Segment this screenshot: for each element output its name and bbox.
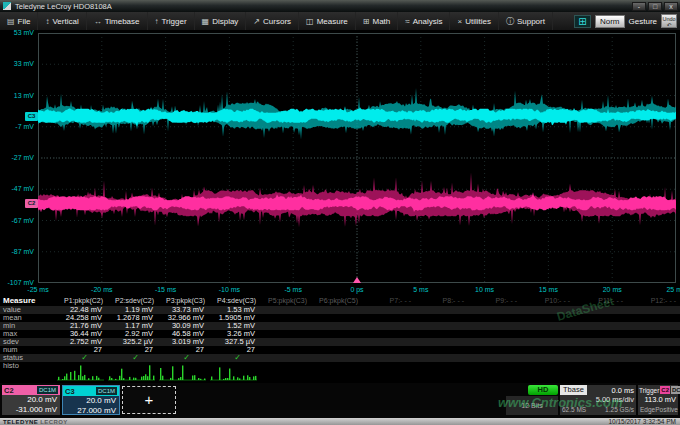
measure-row-status: status✓✓✓✓ <box>0 354 680 362</box>
timebase-scale: 5.00 ms/div <box>560 395 636 405</box>
y-axis-label: 13 mV <box>0 92 34 100</box>
status-check-icon: ✓ <box>157 354 208 362</box>
gesture-button[interactable]: Gesture <box>629 17 657 26</box>
channel-c3-offset: 27.000 mV <box>63 406 119 416</box>
measure-row-mean: mean24.258 mV1.2678 mV32.966 mV1.5905 mV <box>0 314 680 322</box>
channel-c2-offset: -31.000 mV <box>2 405 60 415</box>
measure-row-value: value22.48 mV1.19 mV33.73 mV1.53 mV <box>0 306 680 314</box>
x-axis-label: 0 ps <box>350 286 363 293</box>
menu-item-label: Trigger <box>162 17 187 26</box>
menu-item-file[interactable]: ▤File <box>0 12 38 30</box>
histo-sparkline <box>157 362 208 383</box>
measure-row-min: min21.76 mV1.17 mV30.09 mV1.52 mV <box>0 322 680 330</box>
utilities-icon: × <box>457 17 462 26</box>
status-check-icon: ✓ <box>106 354 157 362</box>
menu-item-analysis[interactable]: ≈Analysis <box>398 12 450 30</box>
trigger-descriptor[interactable]: Trigger C2 DC 113.0 mV Edge Positive <box>638 385 678 415</box>
channel-descriptor-c2[interactable]: C2 DC1M 20.0 mV -31.000 mV <box>2 385 60 415</box>
brand-teledyne: TELEDYNE <box>3 419 38 425</box>
trace-tab-c3[interactable]: C3 <box>25 112 38 121</box>
file-icon: ▤ <box>7 17 15 26</box>
y-axis-label: -47 mV <box>0 185 34 193</box>
menu-item-utilities[interactable]: ×Utilities <box>450 12 498 30</box>
undo-icon: ↶ <box>667 22 672 28</box>
trigger-source-badge: C2 <box>660 386 670 394</box>
measure-col-header[interactable]: P6:pkpk(C5) <box>310 296 361 306</box>
y-axis-label: 33 mV <box>0 60 34 68</box>
timebase-samples: 62.5 MS <box>562 405 586 415</box>
timebase-sampling: 62.5 MS 1.25 GS/s <box>560 405 636 415</box>
x-axis-label: -25 ms <box>27 286 48 293</box>
cursors-icon: ↗ <box>253 17 260 26</box>
measure-row-max: max36.44 mV2.92 mV46.58 mV3.26 mV <box>0 330 680 338</box>
menu-item-measure[interactable]: ◫Measure <box>299 12 356 30</box>
brand-lecroy: LECROY <box>40 419 67 425</box>
scope-grid[interactable] <box>38 33 676 283</box>
minimize-button[interactable]: - <box>632 2 646 11</box>
channel-c3-vdiv: 20.0 mV <box>63 396 119 406</box>
oscilloscope-app: Teledyne LeCroy HDO8108A - □ x ▤File↕Ver… <box>0 0 680 425</box>
measure-col-header[interactable]: P10:- - - <box>520 296 573 306</box>
channel-descriptor-c3[interactable]: C3 DC1M 20.0 mV 27.000 mV <box>62 385 120 415</box>
measure-col-header[interactable]: P12:- - - <box>626 296 679 306</box>
timebase-descriptor[interactable]: Tbase 0.0 ms 5.00 ms/div 62.5 MS 1.25 GS… <box>560 385 636 415</box>
maximize-button[interactable]: □ <box>648 2 662 11</box>
menu-item-label: Timebase <box>105 17 140 26</box>
channel-c3-header: C3 DC1M <box>63 386 119 396</box>
clock-timestamp: 10/15/2017 3:32:54 PM <box>608 418 676 425</box>
measure-row-num: num27272727 <box>0 346 680 354</box>
menu-item-math[interactable]: ⊞Math <box>356 12 399 30</box>
channel-c3-id: C3 <box>65 387 75 396</box>
window-title: Teledyne LeCroy HDO8108A <box>15 2 112 11</box>
x-axis-label: 20 ms <box>603 286 622 293</box>
measure-row-histo: histo <box>0 362 680 383</box>
close-button[interactable]: x <box>664 2 678 11</box>
channel-c2-id: C2 <box>4 386 14 395</box>
menu-item-cursors[interactable]: ↗Cursors <box>246 12 299 30</box>
measure-row-sdev: sdev2.752 mV325.2 µV3.019 mV327.5 µV <box>0 338 680 346</box>
x-axis-label: -20 ms <box>91 286 112 293</box>
trigger-mode: Edge Positive <box>638 405 678 415</box>
menu-item-label: Cursors <box>263 17 291 26</box>
add-trace-button[interactable]: + <box>122 386 176 414</box>
menu-item-support[interactable]: ⓘSupport <box>499 12 553 30</box>
measure-col-header[interactable]: P5:pkpk(C3) <box>259 296 310 306</box>
measure-col-header[interactable]: P8:- - - <box>414 296 467 306</box>
menu-bar: ▤File↕Vertical↔Timebase↑Trigger▦Display↗… <box>0 12 680 31</box>
measure-col-header[interactable]: P7:- - - <box>361 296 414 306</box>
timebase-icon: ↔ <box>94 17 102 26</box>
timebase-label: Tbase <box>560 385 587 395</box>
menu-item-label: Display <box>212 17 238 26</box>
x-axis-label: 10 ms <box>475 286 494 293</box>
math-icon: ⊞ <box>363 17 370 26</box>
waveform-display[interactable]: 53 mV33 mV13 mV-7 mV-27 mV-47 mV-67 mV-8… <box>0 31 680 296</box>
menu-items: ▤File↕Vertical↔Timebase↑Trigger▦Display↗… <box>0 12 553 30</box>
histo-sparkline <box>55 362 106 383</box>
menu-item-trigger[interactable]: ↑Trigger <box>148 12 195 30</box>
measure-icon: ◫ <box>306 17 314 26</box>
measure-col-header[interactable]: P11:- - - <box>573 296 626 306</box>
menu-item-vertical[interactable]: ↕Vertical <box>38 12 86 30</box>
y-axis-label: -7 mV <box>0 123 34 131</box>
trace-tab-c2[interactable]: C2 <box>25 199 38 208</box>
support-icon: ⓘ <box>506 16 514 27</box>
undo-button[interactable]: Undo ↶ <box>661 14 677 28</box>
trigger-header: Trigger C2 DC <box>638 385 678 395</box>
trigger-icon: ↑ <box>155 17 159 26</box>
grid-layout-button[interactable]: ⊞ <box>574 15 591 28</box>
channel-c2-vdiv: 20.0 mV <box>2 395 60 405</box>
menu-item-label: File <box>18 17 31 26</box>
menu-item-label: Vertical <box>52 17 78 26</box>
menu-item-timebase[interactable]: ↔Timebase <box>87 12 148 30</box>
footer-bar: TELEDYNE LECROY 10/15/2017 3:32:54 PM <box>0 418 680 425</box>
status-check-icon: ✓ <box>55 354 106 362</box>
menu-right-cluster: ⊞ Norm Gesture Undo ↶ <box>574 12 680 30</box>
histo-sparkline <box>106 362 157 383</box>
x-axis-label: 25 ms <box>666 286 680 293</box>
channel-c3-coupling-badge: DC1M <box>96 387 117 395</box>
menu-item-display[interactable]: ▦Display <box>195 12 247 30</box>
measure-col-header[interactable]: P9:- - - <box>467 296 520 306</box>
app-logo-icon <box>3 2 11 10</box>
norm-button[interactable]: Norm <box>595 15 625 28</box>
trigger-time-marker[interactable] <box>353 277 361 283</box>
